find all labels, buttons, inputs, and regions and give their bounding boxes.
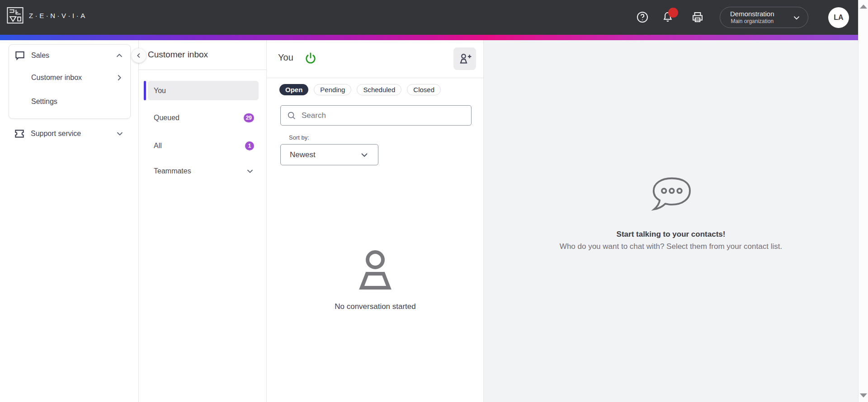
inbox-filter-all[interactable]: All 1 xyxy=(148,136,259,155)
count-badge: 1 xyxy=(245,141,254,150)
organization-subtitle: Main organization xyxy=(731,18,774,25)
search-icon xyxy=(287,111,297,121)
collapse-panel-button[interactable] xyxy=(132,48,146,63)
chevron-down-icon xyxy=(792,13,802,23)
search-field xyxy=(280,105,472,126)
sort-by-label: Sort by: xyxy=(289,134,309,141)
power-icon[interactable] xyxy=(304,52,317,65)
scroll-down-arrow[interactable] xyxy=(860,393,867,397)
conversation-list-panel: You Open Pending Scheduled Closed xyxy=(267,40,484,402)
app-screen: Z·E·N·V·I·A Demonstr xyxy=(0,0,868,402)
organization-text: Demonstration Main organization xyxy=(730,10,774,25)
status-tabs: Open Pending Scheduled Closed xyxy=(279,84,441,95)
start-chat-empty-state: Start talking to your contacts! Who do y… xyxy=(484,176,858,251)
chevron-down-icon xyxy=(115,129,125,139)
zenvia-logo: Z·E·N·V·I·A xyxy=(6,7,87,24)
search-input[interactable] xyxy=(302,111,464,120)
sidebar-item-support-service[interactable]: Support service xyxy=(9,124,131,144)
panel-title: You xyxy=(278,52,293,63)
chevron-left-icon xyxy=(135,51,143,60)
help-icon[interactable] xyxy=(636,11,649,23)
inbox-filter-teammates[interactable]: Teammates xyxy=(148,161,259,181)
chevron-up-icon xyxy=(114,51,124,61)
inbox-filter-label: Queued xyxy=(154,114,179,122)
sidebar-item-settings[interactable]: Settings xyxy=(9,92,130,112)
sidebar-item-label: Support service xyxy=(31,130,81,138)
scroll-up-arrow[interactable] xyxy=(860,5,867,9)
avatar[interactable]: LA xyxy=(828,7,849,28)
top-bar: Z·E·N·V·I·A Demonstr xyxy=(0,0,858,35)
empty-conversation-state: No conversation started xyxy=(267,248,484,311)
sidebar: Sales Customer inbox Settings xyxy=(0,40,139,402)
sort-dropdown[interactable]: Newest xyxy=(280,144,378,165)
speech-bubble-icon xyxy=(649,176,693,214)
page-scrollbar[interactable] xyxy=(858,0,868,402)
add-person-icon xyxy=(458,52,472,65)
chevron-right-icon xyxy=(114,73,124,83)
inbox-filter-queued[interactable]: Queued 29 xyxy=(148,108,259,127)
sidebar-item-sales[interactable]: Sales xyxy=(9,46,130,65)
organization-switcher[interactable]: Demonstration Main organization xyxy=(720,7,808,28)
sidebar-item-customer-inbox[interactable]: Customer inbox xyxy=(9,68,130,88)
chevron-down-icon xyxy=(245,166,255,176)
count-badge: 29 xyxy=(244,113,254,122)
inbox-filter-label: You xyxy=(154,87,166,95)
empty-state-text: No conversation started xyxy=(335,302,416,311)
sort-selected-value: Newest xyxy=(290,150,316,159)
inbox-filter-label: Teammates xyxy=(154,167,191,175)
empty-state-subtitle: Who do you want to chat with? Select the… xyxy=(560,242,782,251)
person-icon xyxy=(350,248,401,293)
printer-icon[interactable] xyxy=(691,11,704,23)
selected-indicator xyxy=(144,81,146,100)
bell-icon[interactable] xyxy=(661,11,674,23)
content-area: Sales Customer inbox Settings xyxy=(0,40,858,402)
sidebar-item-label: Sales xyxy=(31,51,49,60)
tab-closed[interactable]: Closed xyxy=(407,84,441,95)
zenvia-logo-icon xyxy=(6,7,24,24)
inbox-filter-label: All xyxy=(154,142,162,150)
brand-gradient-bar xyxy=(0,35,858,40)
panel-title: Customer inbox xyxy=(148,50,208,60)
divider xyxy=(267,78,484,78)
empty-state-title: Start talking to your contacts! xyxy=(617,230,726,239)
ticket-icon xyxy=(14,128,25,140)
tab-scheduled[interactable]: Scheduled xyxy=(357,84,401,95)
chat-area-panel: Start talking to your contacts! Who do y… xyxy=(484,40,858,402)
brand-wordmark: Z·E·N·V·I·A xyxy=(29,12,87,19)
customer-inbox-panel: Customer inbox You Queued 29 All 1 Teamm… xyxy=(139,40,267,402)
add-contact-button[interactable] xyxy=(453,47,476,70)
organization-name: Demonstration xyxy=(730,10,774,19)
inbox-filter-you[interactable]: You xyxy=(148,81,259,100)
chat-bubble-icon xyxy=(14,50,26,61)
notification-dot xyxy=(668,8,678,18)
sidebar-item-label: Customer inbox xyxy=(31,74,82,82)
divider xyxy=(139,70,267,70)
tab-open[interactable]: Open xyxy=(279,84,308,95)
sidebar-item-label: Settings xyxy=(31,98,57,106)
chevron-down-icon xyxy=(359,150,370,160)
sales-menu-card: Sales Customer inbox Settings xyxy=(9,44,131,119)
tab-pending[interactable]: Pending xyxy=(314,84,351,95)
